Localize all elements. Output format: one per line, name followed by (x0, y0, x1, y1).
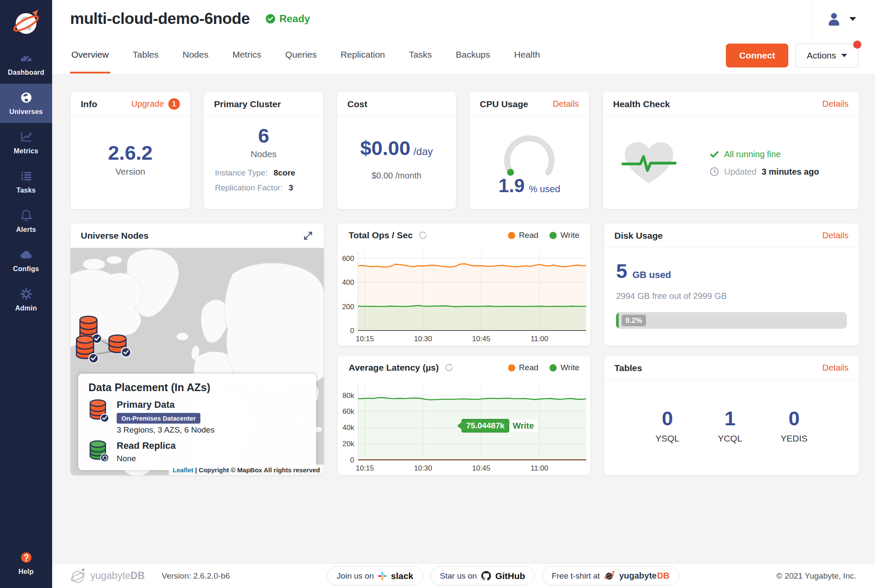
summary-cards-row: Info Upgrade 1 2.6.2 Version Primary Clu… (70, 92, 859, 209)
github-link[interactable]: Star us on GitHub (431, 566, 535, 585)
card-title: Tables (614, 363, 642, 373)
refresh-icon[interactable] (444, 363, 454, 373)
tab-health[interactable]: Health (513, 38, 541, 73)
tabs: Overview Tables Nodes Metrics Queries Re… (70, 38, 541, 73)
svg-text:10:15: 10:15 (356, 335, 374, 343)
footer-brand: yugabyteDB (69, 568, 145, 585)
planet-rocket-logo-icon (12, 8, 41, 37)
card-title: Cost (347, 99, 367, 109)
cost-per-unit: /day (414, 146, 433, 158)
sidebar-item-universes[interactable]: Universes (0, 84, 52, 123)
topbar-upper: multi-cloud-demo-6node Ready (52, 0, 875, 38)
tab-metrics[interactable]: Metrics (231, 38, 263, 73)
tab-backups[interactable]: Backups (455, 38, 492, 73)
connect-button[interactable]: Connect (726, 44, 788, 67)
tab-tasks[interactable]: Tasks (408, 38, 433, 73)
overview-content: Info Upgrade 1 2.6.2 Version Primary Clu… (52, 73, 875, 563)
card-title: CPU Usage (480, 99, 528, 109)
sidebar-item-tasks[interactable]: Tasks (0, 162, 52, 202)
upgrade-link[interactable]: Upgrade (131, 99, 164, 109)
health-updated-row: Updated 3 minutes ago (710, 167, 819, 177)
disk-usage-card: Disk Usage Details 5 GB used 2994 GB fre… (604, 223, 859, 346)
info-card: Info Upgrade 1 2.6.2 Version (70, 92, 190, 209)
tab-overview[interactable]: Overview (70, 38, 110, 73)
disk-details-link[interactable]: Details (822, 231, 849, 240)
data-placement-panel: Data Placement (In AZs) (78, 374, 316, 470)
sidebar-item-alerts[interactable]: Alerts (0, 202, 52, 241)
datacenter-badge: On-Premises Datacenter (117, 413, 200, 424)
cost-card: Cost $0.00 /day $0.00 /month (337, 92, 456, 209)
svg-text:11:00: 11:00 (531, 335, 548, 343)
health-status-text: All running fine (724, 149, 781, 159)
chart-title: Total Ops / Sec (349, 230, 413, 240)
health-details-link[interactable]: Details (822, 99, 849, 109)
world-map[interactable]: Data Placement (In AZs) (70, 248, 324, 475)
main-area: multi-cloud-demo-6node Ready (52, 0, 875, 588)
svg-text:200: 200 (342, 303, 354, 311)
read-dot-icon (508, 364, 515, 372)
sidebar-item-help[interactable]: Help (0, 544, 52, 583)
sidebar-item-dashboard[interactable]: Dashboard (0, 44, 52, 84)
write-dot-icon (549, 232, 557, 239)
sidebar-item-label: Universes (9, 108, 43, 116)
chevron-down-icon (849, 17, 856, 21)
tab-bar: Overview Tables Nodes Metrics Queries Re… (52, 38, 875, 73)
actions-dropdown-button[interactable]: Actions (795, 44, 859, 67)
card-title: Health Check (613, 99, 670, 109)
sidebar-item-metrics[interactable]: Metrics (0, 123, 52, 162)
svg-text:40k: 40k (343, 424, 355, 432)
health-status-rows: All running fine Updated 3 minutes ago (710, 149, 819, 177)
refresh-icon[interactable] (418, 230, 428, 240)
footer-copyright: © 2021 Yugabyte, Inc. (776, 571, 856, 581)
slack-icon (378, 571, 387, 581)
universe-title: multi-cloud-demo-6node (70, 10, 250, 28)
cpu-unit: % used (529, 184, 560, 195)
cost-per-month: $0.00 /month (372, 171, 422, 181)
tab-replication[interactable]: Replication (339, 38, 386, 73)
tshirt-link[interactable]: Free t-shirt at yugabyteDB (542, 566, 679, 585)
card-title: Info (81, 99, 97, 109)
disk-usage-body: 5 GB used 2994 GB free out of 2999 GB 0.… (604, 248, 859, 329)
primary-cluster-card: Primary Cluster 6 Nodes Instance Type: 8… (204, 92, 323, 209)
tab-tables[interactable]: Tables (132, 38, 160, 73)
sidebar-item-label: Alerts (16, 226, 36, 234)
disk-used-value: 5 (616, 259, 627, 283)
tables-details-link[interactable]: Details (822, 363, 849, 373)
chevron-down-icon (841, 54, 847, 57)
svg-text:80k: 80k (343, 392, 355, 400)
map-copyright: | Copyright © MapBox All rights reserved (195, 466, 320, 474)
write-latency-tooltip: 75.04487k (461, 419, 509, 433)
ready-check-icon (265, 14, 276, 24)
nodes-count: 6 (258, 125, 269, 146)
sidebar-item-configs[interactable]: Configs (0, 241, 52, 280)
cpu-details-link[interactable]: Details (553, 99, 579, 109)
legend-read: Read (508, 363, 538, 372)
universe-globe-icon (20, 91, 33, 104)
tab-nodes[interactable]: Nodes (181, 38, 210, 73)
leaflet-link[interactable]: Leaflet (173, 466, 193, 474)
instance-type-row: Instance Type: 8core (215, 165, 312, 180)
cost-per-day: $0.00 (360, 137, 411, 158)
primary-db-icon (88, 399, 109, 423)
disk-used-unit: GB used (632, 269, 671, 281)
yugabyte-logo[interactable] (0, 0, 52, 44)
svg-text:11:00: 11:00 (531, 464, 548, 472)
yedis-stat: 0 YEDIS (781, 407, 807, 444)
svg-text:10:45: 10:45 (472, 335, 490, 343)
svg-text:60k: 60k (343, 407, 355, 415)
sidebar: Dashboard Universes Metrics (0, 0, 52, 588)
sidebar-item-admin[interactable]: Admin (0, 280, 52, 319)
universe-nodes-card: Universe Nodes (70, 223, 324, 475)
slack-link[interactable]: Join us on slack (327, 566, 423, 585)
svg-text:10:15: 10:15 (356, 464, 374, 472)
user-menu[interactable] (811, 0, 875, 38)
heartbeat-icon (622, 140, 676, 187)
tab-queries[interactable]: Queries (284, 38, 318, 73)
gauge-arc-icon (497, 130, 561, 178)
app-root: Dashboard Universes Metrics (0, 0, 875, 588)
svg-text:10:45: 10:45 (472, 464, 490, 472)
primary-data-desc: 3 Regions, 3 AZS, 6 Nodes (117, 425, 214, 435)
nodes-label: Nodes (251, 149, 277, 159)
expand-icon[interactable] (302, 230, 314, 241)
alerts-bell-icon (20, 209, 33, 222)
